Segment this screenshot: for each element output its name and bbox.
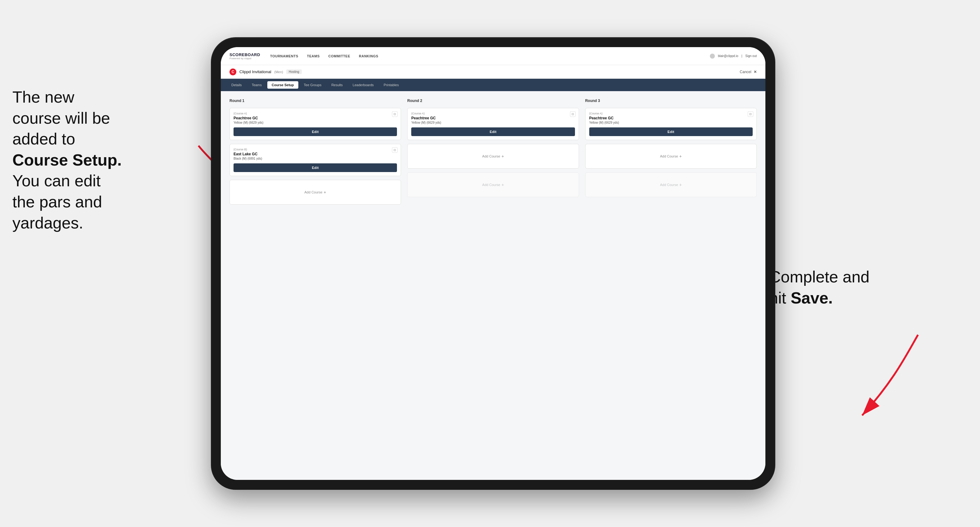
user-email: blair@clippd.io [718, 54, 738, 58]
round2-add-course-text-1: Add Course [482, 154, 500, 158]
round3-course-a-tag: (Course A) [589, 112, 752, 115]
round1-course-b-edit-button[interactable]: Edit [234, 163, 397, 172]
sign-out-link[interactable]: Sign out [745, 54, 757, 58]
right-annotation: Complete and hit Save. [769, 267, 918, 308]
round2-add-course-card-1[interactable]: Add Course + [407, 144, 579, 169]
round3-add-course-text-2: Add Course [660, 183, 678, 187]
round1-course-b-name: East Lake GC [234, 152, 397, 156]
logo-title: SCOREBOARD [229, 52, 260, 57]
nav-link-tournaments[interactable]: TOURNAMENTS [270, 54, 298, 58]
round1-course-a-tee: Yellow (M) (6629 yds) [234, 121, 397, 124]
tab-course-setup[interactable]: Course Setup [267, 81, 298, 89]
tab-printables[interactable]: Printables [379, 81, 403, 89]
round3-course-a-tee: Yellow (M) (6629 yds) [589, 121, 752, 124]
round1-course-a-delete-icon[interactable]: ⊡ [392, 111, 398, 117]
tab-tee-groups[interactable]: Tee Groups [299, 81, 326, 89]
round1-course-b-tag: (Course B) [234, 148, 397, 151]
round1-add-course-text: Add Course [305, 190, 323, 194]
round3-course-a-edit-button[interactable]: Edit [589, 127, 752, 136]
round-2-label: Round 2 [407, 98, 579, 103]
tab-results[interactable]: Results [327, 81, 347, 89]
top-nav: SCOREBOARD Powered by clippd TOURNAMENTS… [221, 47, 765, 65]
nav-user: blair@clippd.io | Sign out [710, 54, 757, 59]
user-avatar [710, 54, 715, 59]
nav-links: TOURNAMENTS TEAMS COMMITTEE RANKINGS [270, 54, 710, 58]
round2-add-course-text-2: Add Course [482, 183, 500, 187]
round-1-label: Round 1 [229, 98, 401, 103]
round1-add-course-card[interactable]: Add Course + [229, 180, 401, 205]
round-2-column: Round 2 ⊡ (Course A) Peachtree GC Yellow… [407, 98, 579, 205]
left-annotation: The new course will be added to Course S… [13, 87, 192, 233]
round2-course-a-delete-icon[interactable]: ⊡ [570, 111, 576, 117]
round1-course-b-tee: Black (M) (6891 yds) [234, 157, 397, 160]
round3-add-course-card-2: Add Course + [585, 172, 757, 197]
round3-course-a-card: ⊡ (Course A) Peachtree GC Yellow (M) (66… [585, 108, 757, 140]
tab-details[interactable]: Details [227, 81, 246, 89]
round3-add-course-plus-icon-1: + [679, 154, 682, 159]
round-3-label: Round 3 [585, 98, 757, 103]
tablet-screen: SCOREBOARD Powered by clippd TOURNAMENTS… [221, 47, 765, 480]
rounds-grid: Round 1 ⊡ (Course A) Peachtree GC Yellow… [229, 98, 757, 205]
right-arrow [837, 325, 949, 425]
round1-course-a-name: Peachtree GC [234, 116, 397, 120]
nav-link-teams[interactable]: TEAMS [307, 54, 320, 58]
round-3-column: Round 3 ⊡ (Course A) Peachtree GC Yellow… [585, 98, 757, 205]
round1-course-a-edit-button[interactable]: Edit [234, 127, 397, 136]
tablet-frame: SCOREBOARD Powered by clippd TOURNAMENTS… [211, 37, 775, 490]
hosting-badge: Hosting [286, 70, 302, 74]
round2-course-a-name: Peachtree GC [411, 116, 575, 120]
round3-course-a-name: Peachtree GC [589, 116, 752, 120]
round2-add-course-card-2: Add Course + [407, 172, 579, 197]
nav-link-committee[interactable]: COMMITTEE [328, 54, 350, 58]
round1-add-course-plus-icon: + [324, 190, 326, 195]
round1-course-b-card: ⊡ (Course B) East Lake GC Black (M) (689… [229, 144, 401, 176]
round1-course-b-delete-icon[interactable]: ⊡ [392, 147, 398, 153]
round1-course-a-card: ⊡ (Course A) Peachtree GC Yellow (M) (66… [229, 108, 401, 140]
nav-link-rankings[interactable]: RANKINGS [359, 54, 379, 58]
round3-course-a-delete-icon[interactable]: ⊡ [748, 111, 753, 117]
round2-course-a-card: ⊡ (Course A) Peachtree GC Yellow (M) (66… [407, 108, 579, 140]
round2-course-a-tag: (Course A) [411, 112, 575, 115]
round3-add-course-plus-icon-2: + [679, 182, 682, 187]
round3-add-course-card-1[interactable]: Add Course + [585, 144, 757, 169]
gender-tag: (Men) [274, 70, 283, 74]
tournament-logo: C [229, 68, 236, 75]
round2-add-course-plus-icon-1: + [501, 154, 504, 159]
round2-course-a-tee: Yellow (M) (6629 yds) [411, 121, 575, 124]
cancel-button[interactable]: Cancel ✕ [740, 70, 757, 74]
round2-course-a-edit-button[interactable]: Edit [411, 127, 575, 136]
scoreboard-logo: SCOREBOARD Powered by clippd [229, 52, 260, 60]
tabs-bar: Details Teams Course Setup Tee Groups Re… [221, 79, 765, 91]
round1-course-a-tag: (Course A) [234, 112, 397, 115]
cancel-x-icon: ✕ [754, 70, 757, 74]
logo-sub: Powered by clippd [229, 57, 260, 60]
main-content: Round 1 ⊡ (Course A) Peachtree GC Yellow… [221, 91, 765, 480]
round-1-column: Round 1 ⊡ (Course A) Peachtree GC Yellow… [229, 98, 401, 205]
tournament-bar: C Clippd Invitational (Men) Hosting Canc… [221, 65, 765, 79]
tab-teams[interactable]: Teams [248, 81, 266, 89]
separator: | [741, 54, 743, 58]
round2-add-course-plus-icon-2: + [501, 182, 504, 187]
tournament-name: Clippd Invitational (Men) [239, 70, 283, 74]
tab-leaderboards[interactable]: Leaderboards [348, 81, 378, 89]
round3-add-course-text-1: Add Course [660, 154, 678, 158]
